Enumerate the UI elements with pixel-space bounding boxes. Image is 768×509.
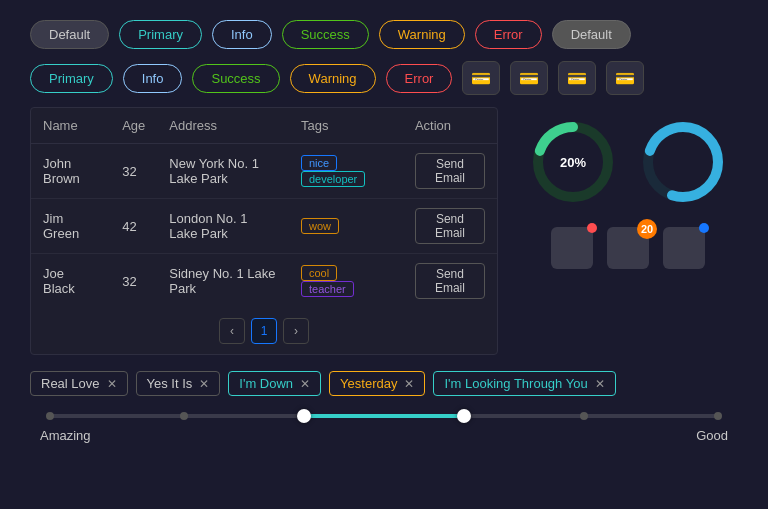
send-email-btn-1[interactable]: Send Email [415, 208, 485, 244]
badge-icon-1[interactable] [551, 227, 593, 269]
badge-icon-1-wrap [551, 227, 593, 269]
icon-btn-4[interactable]: 💳 [606, 61, 644, 95]
tag-cool: cool [301, 265, 337, 281]
cell-tags: wow [289, 199, 403, 254]
tag-developer: developer [301, 171, 365, 187]
col-action: Action [403, 108, 497, 144]
middle-section: Name Age Address Tags Action John Brown … [30, 107, 738, 355]
btn-error-1[interactable]: Error [475, 20, 542, 49]
donut-1-label: 20% [560, 155, 586, 170]
badge-orange-20: 20 [637, 219, 657, 239]
closable-tag-label-0: Real Love [41, 376, 100, 391]
slider-track-container [50, 414, 718, 418]
icon-btn-1[interactable]: 💳 [462, 61, 500, 95]
badge-blue-dot [699, 223, 709, 233]
cell-address: New York No. 1 Lake Park [157, 144, 289, 199]
tag-teacher: teacher [301, 281, 354, 297]
closable-tag-2: I'm Down✕ [228, 371, 321, 396]
data-table: Name Age Address Tags Action John Brown … [30, 107, 498, 355]
col-address: Address [157, 108, 289, 144]
tick-100 [714, 412, 722, 420]
cell-action: Send Email [403, 199, 497, 254]
badge-red-dot [587, 223, 597, 233]
slider-section: Amazing Good [30, 414, 738, 443]
table-row: Jim Green 42 London No. 1 Lake Park wow … [31, 199, 497, 254]
slider-label-right: Good [696, 428, 728, 443]
closable-tag-close-1[interactable]: ✕ [199, 377, 209, 391]
closable-tag-0: Real Love✕ [30, 371, 128, 396]
cell-address: London No. 1 Lake Park [157, 199, 289, 254]
icon-btn-3[interactable]: 💳 [558, 61, 596, 95]
col-age: Age [110, 108, 157, 144]
cell-age: 42 [110, 199, 157, 254]
slider-thumb-2[interactable] [457, 409, 471, 423]
tags-row: Real Love✕Yes It Is✕I'm Down✕Yesterday✕I… [30, 371, 738, 396]
badge-icon-3-wrap [663, 227, 705, 269]
tick-80 [580, 412, 588, 420]
cell-age: 32 [110, 144, 157, 199]
closable-tag-label-1: Yes It Is [147, 376, 193, 391]
btn-default-1[interactable]: Default [30, 20, 109, 49]
closable-tag-close-3[interactable]: ✕ [404, 377, 414, 391]
send-email-btn-0[interactable]: Send Email [415, 153, 485, 189]
cell-name: John Brown [31, 144, 110, 199]
tick-0 [46, 412, 54, 420]
slider-labels: Amazing Good [40, 428, 728, 443]
btn-success-2[interactable]: Success [192, 64, 279, 93]
badge-icons-row: 20 [551, 227, 705, 269]
cell-name: Jim Green [31, 199, 110, 254]
btn-info-2[interactable]: Info [123, 64, 183, 93]
slider-track [50, 414, 718, 418]
next-page-btn[interactable]: › [283, 318, 309, 344]
closable-tag-label-2: I'm Down [239, 376, 293, 391]
cell-tags: nicedeveloper [289, 144, 403, 199]
button-row-1: Default Primary Info Success Warning Err… [30, 20, 738, 49]
col-tags: Tags [289, 108, 403, 144]
closable-tag-label-4: I'm Looking Through You [444, 376, 587, 391]
page-1-btn[interactable]: 1 [251, 318, 277, 344]
closable-tag-close-2[interactable]: ✕ [300, 377, 310, 391]
btn-info-1[interactable]: Info [212, 20, 272, 49]
prev-page-btn[interactable]: ‹ [219, 318, 245, 344]
cell-action: Send Email [403, 144, 497, 199]
btn-error-2[interactable]: Error [386, 64, 453, 93]
btn-default-solid-1[interactable]: Default [552, 20, 631, 49]
slider-thumb-1[interactable] [297, 409, 311, 423]
badge-icon-2-wrap: 20 [607, 227, 649, 269]
cell-tags: coolteacher [289, 254, 403, 309]
closable-tag-label-3: Yesterday [340, 376, 397, 391]
closable-tag-3: Yesterday✕ [329, 371, 425, 396]
charts-area: 20% 20 [518, 107, 738, 355]
closable-tag-4: I'm Looking Through You✕ [433, 371, 615, 396]
tag-wow: wow [301, 218, 339, 234]
tick-20 [180, 412, 188, 420]
button-row-2: Primary Info Success Warning Error 💳 💳 💳… [30, 61, 738, 95]
btn-success-1[interactable]: Success [282, 20, 369, 49]
badge-icon-3[interactable] [663, 227, 705, 269]
cell-address: Sidney No. 1 Lake Park [157, 254, 289, 309]
cell-action: Send Email [403, 254, 497, 309]
icon-btn-2[interactable]: 💳 [510, 61, 548, 95]
tag-nice: nice [301, 155, 337, 171]
table-row: Joe Black 32 Sidney No. 1 Lake Park cool… [31, 254, 497, 309]
cell-name: Joe Black [31, 254, 110, 309]
pagination: ‹ 1 › [31, 308, 497, 354]
btn-warning-1[interactable]: Warning [379, 20, 465, 49]
col-name: Name [31, 108, 110, 144]
donut-chart-2 [638, 117, 728, 207]
table-row: John Brown 32 New York No. 1 Lake Park n… [31, 144, 497, 199]
btn-primary-2[interactable]: Primary [30, 64, 113, 93]
closable-tag-close-0[interactable]: ✕ [107, 377, 117, 391]
btn-primary-1[interactable]: Primary [119, 20, 202, 49]
cell-age: 32 [110, 254, 157, 309]
closable-tag-1: Yes It Is✕ [136, 371, 221, 396]
send-email-btn-2[interactable]: Send Email [415, 263, 485, 299]
slider-fill [304, 414, 464, 418]
donut-chart-1: 20% [528, 117, 618, 207]
donut-row: 20% [528, 117, 728, 207]
closable-tag-close-4[interactable]: ✕ [595, 377, 605, 391]
btn-warning-2[interactable]: Warning [290, 64, 376, 93]
slider-label-left: Amazing [40, 428, 91, 443]
